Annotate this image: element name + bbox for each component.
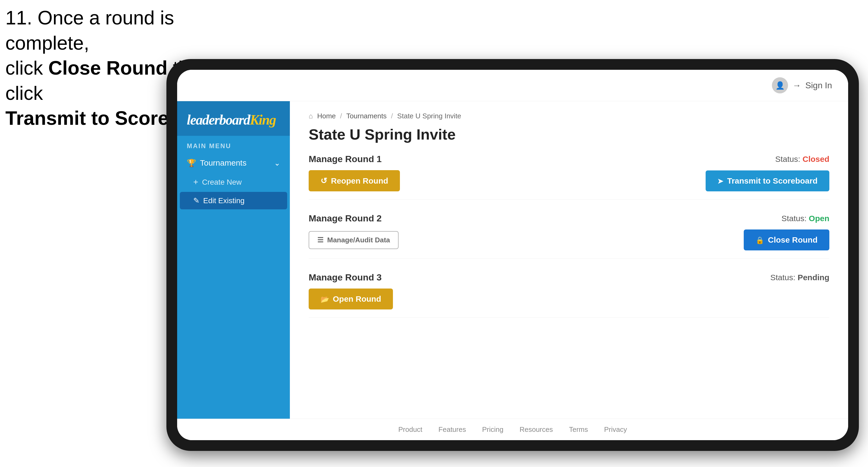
edit-icon bbox=[193, 196, 199, 205]
tablet-device: 👤 → Sign In leaderboardKing MAIN MENU bbox=[166, 59, 859, 451]
main-layout: leaderboardKing MAIN MENU Tournaments bbox=[177, 101, 848, 419]
breadcrumb-current: State U Spring Invite bbox=[397, 112, 461, 120]
logo-king: King bbox=[250, 112, 276, 127]
round-2-section: Manage Round 2 Status: Open Manage/Audit… bbox=[309, 213, 829, 259]
sidebar-item-create-new[interactable]: Create New bbox=[177, 173, 290, 191]
instruction-line1: 11. Once a round is complete, bbox=[5, 7, 174, 54]
avatar-icon: 👤 bbox=[772, 77, 788, 93]
footer: Product Features Pricing Resources Terms… bbox=[177, 419, 848, 440]
breadcrumb: Home / Tournaments / State U Spring Invi… bbox=[309, 112, 829, 120]
round-1-actions: Reopen Round Transmit to Scoreboard bbox=[309, 170, 829, 191]
transmit-icon bbox=[717, 176, 723, 185]
logo-leaderboard: leaderboard bbox=[187, 112, 250, 127]
sidebar-item-edit-existing[interactable]: Edit Existing bbox=[180, 192, 287, 209]
footer-pricing[interactable]: Pricing bbox=[482, 426, 503, 434]
audit-icon bbox=[317, 236, 323, 244]
sign-in-label[interactable]: Sign In bbox=[805, 81, 832, 90]
round-3-section: Manage Round 3 Status: Pending Open Roun… bbox=[309, 272, 829, 318]
reopen-round-button[interactable]: Reopen Round bbox=[309, 170, 400, 191]
round-3-status-value: Pending bbox=[798, 273, 829, 282]
round-2-status-value: Open bbox=[809, 214, 829, 223]
round-1-status-value: Closed bbox=[803, 155, 829, 163]
main-content: Home / Tournaments / State U Spring Invi… bbox=[290, 101, 848, 419]
footer-product[interactable]: Product bbox=[398, 426, 423, 434]
round-3-title: Manage Round 3 bbox=[309, 272, 382, 283]
round-2-status: Status: Open bbox=[782, 214, 829, 223]
round-1-status: Status: Closed bbox=[775, 155, 829, 164]
trophy-icon bbox=[187, 158, 196, 167]
sidebar: leaderboardKing MAIN MENU Tournaments bbox=[177, 101, 290, 419]
breadcrumb-sep2: / bbox=[391, 112, 393, 120]
reopen-icon bbox=[320, 176, 327, 185]
logo: leaderboardKing bbox=[187, 112, 280, 128]
round-2-header: Manage Round 2 Status: Open bbox=[309, 213, 829, 224]
chevron-down-icon bbox=[274, 158, 280, 167]
round-3-actions: Open Round bbox=[309, 288, 829, 309]
sidebar-nav: Tournaments Create New Edit Existing bbox=[177, 153, 290, 210]
transmit-to-scoreboard-button[interactable]: Transmit to Scoreboard bbox=[706, 170, 829, 191]
round-1-section: Manage Round 1 Status: Closed Reopen Rou… bbox=[309, 154, 829, 200]
plus-icon bbox=[193, 177, 198, 187]
breadcrumb-tournaments[interactable]: Tournaments bbox=[346, 112, 386, 120]
close-icon bbox=[755, 236, 764, 245]
edit-existing-label: Edit Existing bbox=[203, 196, 245, 205]
round-3-status: Status: Pending bbox=[770, 273, 829, 282]
top-bar: 👤 → Sign In bbox=[177, 70, 848, 101]
person-icon: 👤 bbox=[775, 81, 785, 90]
footer-terms[interactable]: Terms bbox=[569, 426, 588, 434]
footer-features[interactable]: Features bbox=[439, 426, 466, 434]
main-menu-label: MAIN MENU bbox=[177, 136, 290, 153]
manage-audit-data-button[interactable]: Manage/Audit Data bbox=[309, 231, 399, 249]
breadcrumb-home[interactable]: Home bbox=[317, 112, 336, 120]
round-2-title: Manage Round 2 bbox=[309, 213, 382, 224]
footer-resources[interactable]: Resources bbox=[520, 426, 553, 434]
logo-area: leaderboardKing bbox=[177, 101, 290, 136]
round-1-title: Manage Round 1 bbox=[309, 154, 382, 164]
open-icon bbox=[320, 294, 329, 304]
sign-in-area[interactable]: 👤 → Sign In bbox=[772, 77, 832, 93]
round-3-header: Manage Round 3 Status: Pending bbox=[309, 272, 829, 283]
open-round-button[interactable]: Open Round bbox=[309, 288, 393, 309]
footer-privacy[interactable]: Privacy bbox=[604, 426, 627, 434]
signin-arrow-icon: → bbox=[792, 81, 801, 90]
tournaments-label: Tournaments bbox=[200, 158, 246, 167]
sidebar-item-tournaments[interactable]: Tournaments bbox=[177, 153, 290, 173]
round-2-actions: Manage/Audit Data Close Round bbox=[309, 229, 829, 250]
home-icon bbox=[309, 112, 313, 120]
create-new-label: Create New bbox=[202, 178, 242, 187]
close-round-button[interactable]: Close Round bbox=[744, 229, 829, 250]
tablet-screen: 👤 → Sign In leaderboardKing MAIN MENU bbox=[177, 70, 848, 440]
breadcrumb-sep1: / bbox=[340, 112, 342, 120]
round-1-header: Manage Round 1 Status: Closed bbox=[309, 154, 829, 164]
page-title: State U Spring Invite bbox=[309, 126, 829, 143]
